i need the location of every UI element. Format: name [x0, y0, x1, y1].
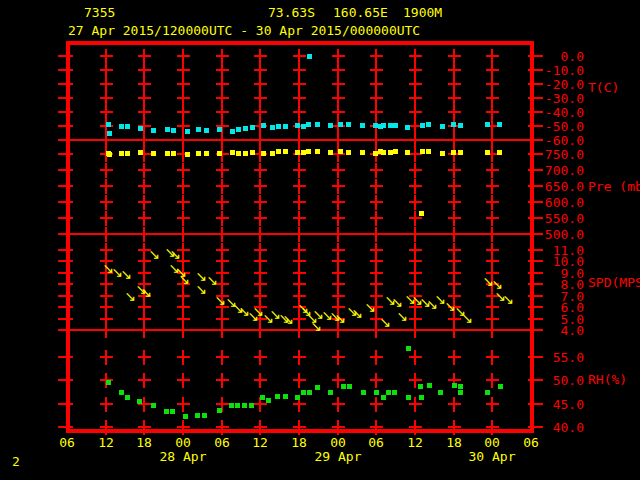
- relative_humidity-point: [485, 390, 490, 395]
- y-axis-tick-label: -40.0: [538, 106, 584, 119]
- grid-plus-mark: [254, 105, 267, 120]
- grid-plus-mark: [216, 373, 229, 388]
- grid-plus-mark: [448, 420, 461, 435]
- relative_humidity-point: [498, 384, 503, 389]
- grid-plus-mark: [138, 133, 151, 148]
- wind-arrow-icon: ↘: [394, 309, 410, 323]
- grid-plus-mark: [177, 227, 190, 242]
- grid-plus-mark: [370, 373, 383, 388]
- relative_humidity-point: [406, 346, 411, 351]
- x-axis-hour-label: 12: [250, 436, 270, 449]
- grid-plus-mark: [448, 63, 461, 78]
- panel-unit-label: Pre (mb): [588, 180, 640, 193]
- axis-tick-left: [58, 139, 73, 141]
- grid-plus-mark: [332, 420, 345, 435]
- relative_humidity-point: [452, 383, 457, 388]
- axis-tick-left: [58, 69, 73, 71]
- temperature-point: [283, 124, 288, 129]
- grid-plus-mark: [293, 420, 306, 435]
- grid-plus-mark: [370, 179, 383, 194]
- temperature-point: [360, 123, 365, 128]
- plot-area: 0.0-10.0-20.0-30.0-40.0-50.0-60.0T(C)750…: [0, 0, 640, 480]
- grid-plus-mark: [448, 179, 461, 194]
- pressure-point: [236, 151, 241, 156]
- pressure-point: [420, 149, 425, 154]
- grid-plus-mark: [486, 49, 499, 64]
- temperature-point: [276, 124, 281, 129]
- relative_humidity-point: [295, 395, 300, 400]
- pressure-point: [165, 151, 170, 156]
- grid-plus-mark: [100, 91, 113, 106]
- pressure-point: [328, 150, 333, 155]
- y-axis-tick-label: 600.0: [538, 196, 584, 209]
- relative_humidity-point: [235, 403, 240, 408]
- grid-plus-mark: [216, 227, 229, 242]
- grid-plus-mark: [370, 350, 383, 365]
- temperature-point: [230, 129, 235, 134]
- grid-plus-mark: [177, 323, 190, 338]
- relative_humidity-point: [260, 395, 265, 400]
- pressure-point: [426, 149, 431, 154]
- wind-arrow-icon: ↘: [459, 311, 475, 325]
- grid-plus-mark: [100, 227, 113, 242]
- grid-plus-mark: [100, 350, 113, 365]
- grid-plus-mark: [370, 163, 383, 178]
- axis-tick-left: [58, 249, 73, 251]
- grid-plus-mark: [448, 211, 461, 226]
- axis-tick-left: [58, 318, 73, 320]
- temperature-point: [315, 122, 320, 127]
- grid-plus-mark: [332, 91, 345, 106]
- pressure-point: [497, 150, 502, 155]
- grid-plus-mark: [177, 133, 190, 148]
- axis-tick-left: [58, 283, 73, 285]
- panel-unit-label: T(C): [588, 81, 619, 94]
- pressure-point: [270, 151, 275, 156]
- grid-plus-mark: [486, 163, 499, 178]
- grid-plus-mark: [254, 373, 267, 388]
- grid-plus-mark: [216, 49, 229, 64]
- x-axis-hour-label: 00: [328, 436, 348, 449]
- grid-plus-mark: [138, 211, 151, 226]
- temperature-point: [381, 123, 386, 128]
- pressure-point: [419, 211, 424, 216]
- relative_humidity-point: [438, 390, 443, 395]
- grid-plus-mark: [100, 420, 113, 435]
- grid-plus-mark: [448, 105, 461, 120]
- temperature-point: [338, 122, 343, 127]
- grid-plus-mark: [448, 350, 461, 365]
- pressure-point: [458, 150, 463, 155]
- grid-plus-mark: [293, 179, 306, 194]
- grid-plus-mark: [293, 105, 306, 120]
- wind-arrow-icon: ↘: [280, 312, 296, 326]
- grid-plus-mark: [138, 323, 151, 338]
- relative_humidity-point: [275, 394, 280, 399]
- relative_humidity-point: [419, 395, 424, 400]
- grid-plus-mark: [254, 77, 267, 92]
- grid-plus-mark: [409, 91, 422, 106]
- relative_humidity-point: [386, 390, 391, 395]
- relative_humidity-point: [217, 408, 222, 413]
- grid-plus-mark: [370, 133, 383, 148]
- grid-plus-mark: [332, 133, 345, 148]
- wind-arrow-icon: ↘: [204, 273, 220, 287]
- relative_humidity-point: [301, 390, 306, 395]
- temperature-point: [497, 122, 502, 127]
- axis-tick-left: [58, 201, 73, 203]
- axis-tick-left: [58, 153, 73, 155]
- grid-plus-mark: [177, 91, 190, 106]
- y-axis-tick-label: -10.0: [538, 64, 584, 77]
- grid-plus-mark: [332, 49, 345, 64]
- relative_humidity-point: [170, 409, 175, 414]
- grid-plus-mark: [100, 63, 113, 78]
- grid-plus-mark: [293, 195, 306, 210]
- y-axis-tick-label: 650.0: [538, 180, 584, 193]
- grid-plus-mark: [138, 179, 151, 194]
- grid-plus-mark: [409, 195, 422, 210]
- grid-plus-mark: [254, 63, 267, 78]
- relative_humidity-point: [137, 399, 142, 404]
- temperature-point: [328, 123, 333, 128]
- temperature-point: [138, 126, 143, 131]
- axis-tick-left: [58, 217, 73, 219]
- grid-plus-mark: [486, 179, 499, 194]
- relative_humidity-point: [229, 403, 234, 408]
